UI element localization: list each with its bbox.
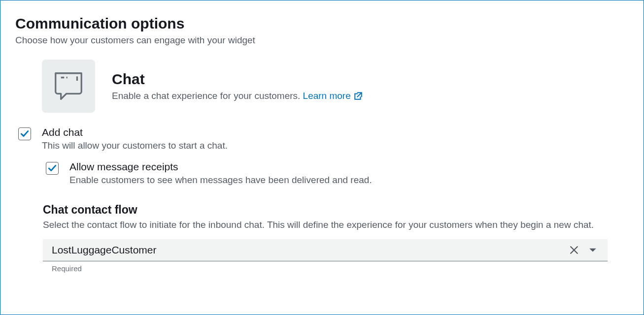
add-chat-text: Add chat This will allow your customers … — [42, 126, 228, 151]
contact-flow-value: LostLuggageCustomer — [52, 244, 568, 256]
clear-selection-button[interactable] — [568, 244, 580, 256]
contact-flow-title: Chat contact flow — [43, 203, 629, 217]
checkmark-icon — [48, 164, 57, 173]
allow-receipts-description: Enable customers to see when messages ha… — [69, 175, 372, 186]
panel-title: Communication options — [15, 15, 629, 32]
learn-more-text: Learn more — [303, 91, 351, 101]
contact-flow-section: Chat contact flow Select the contact flo… — [43, 203, 629, 273]
close-icon — [570, 246, 578, 254]
add-chat-description: This will allow your customers to start … — [42, 140, 228, 151]
communication-options-panel: Communication options Choose how your cu… — [0, 0, 644, 315]
add-chat-label: Add chat — [42, 126, 228, 138]
add-chat-checkbox[interactable] — [18, 127, 31, 140]
required-hint: Required — [52, 264, 629, 273]
learn-more-link[interactable]: Learn more — [303, 91, 363, 101]
chat-header: Chat Enable a chat experience for your c… — [42, 60, 629, 113]
allow-receipts-option: Allow message receipts Enable customers … — [46, 161, 629, 186]
chat-header-text: Chat Enable a chat experience for your c… — [112, 71, 363, 101]
allow-receipts-label: Allow message receipts — [69, 161, 372, 173]
panel-subtitle: Choose how your customers can engage wit… — [15, 35, 629, 46]
chat-description: Enable a chat experience for your custom… — [112, 91, 363, 101]
chat-bubble-icon — [42, 60, 95, 113]
contact-flow-select[interactable]: LostLuggageCustomer — [43, 239, 608, 261]
checkmark-icon — [20, 129, 29, 138]
add-chat-option: Add chat This will allow your customers … — [18, 126, 629, 151]
allow-receipts-checkbox[interactable] — [46, 162, 59, 175]
dropdown-toggle[interactable] — [587, 244, 599, 256]
external-link-icon — [354, 92, 363, 100]
contact-flow-description: Select the contact flow to initiate for … — [43, 220, 629, 230]
chat-description-text: Enable a chat experience for your custom… — [112, 91, 303, 101]
chat-heading: Chat — [112, 71, 363, 88]
chevron-down-icon — [588, 246, 597, 254]
allow-receipts-text: Allow message receipts Enable customers … — [69, 161, 372, 186]
